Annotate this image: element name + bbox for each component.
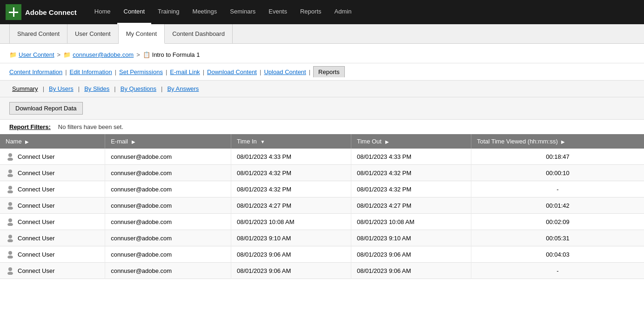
user-icon-2 (6, 184, 15, 194)
nav-admin[interactable]: Admin (328, 0, 358, 24)
cell-name-text-5: Connect User (18, 235, 54, 242)
user-icon-3 (6, 201, 15, 210)
time-in-sort-icon: ▼ (260, 139, 265, 144)
tab-user-content[interactable]: User Content (67, 24, 119, 44)
cell-total-time-6: 00:04:03 (471, 246, 644, 263)
breadcrumb-user-email[interactable]: connuser@adobe.com (73, 51, 134, 58)
cell-email-2: connuser@adobe.com (105, 181, 231, 197)
cell-name-3: Connect User (0, 197, 105, 214)
svg-point-2 (8, 153, 12, 157)
cell-name-text-2: Connect User (18, 186, 54, 193)
cell-name-6: Connect User (0, 246, 105, 263)
svg-point-16 (8, 267, 12, 271)
cell-name-7: Connect User (0, 263, 105, 279)
sub-tab-by-slides[interactable]: By Slides (81, 83, 112, 94)
cell-time-in-1: 08/01/2023 4:32 PM (231, 165, 351, 181)
nav-items: Home Content Training Meetings Seminars … (88, 0, 358, 24)
report-table: Name ▶ E-mail ▶ Time In ▼ Time Out ▶ Tot… (0, 134, 644, 279)
col-header-total-time[interactable]: Total Time Viewed (hh:mm:ss) ▶ (471, 134, 644, 149)
cell-time-in-2: 08/01/2023 4:32 PM (231, 181, 351, 197)
svg-point-17 (7, 272, 13, 275)
email-sort-icon: ▶ (132, 139, 135, 144)
cell-time-in-7: 08/01/2023 9:06 AM (231, 263, 351, 279)
cell-total-time-4: 00:02:09 (471, 214, 644, 230)
user-icon-6 (6, 250, 15, 259)
breadcrumb-user-content[interactable]: User Content (19, 51, 54, 58)
cell-name-text-1: Connect User (18, 170, 54, 177)
table-row: Connect User connuser@adobe.com 08/01/20… (0, 246, 644, 263)
download-report-button[interactable]: Download Report Data (9, 102, 83, 115)
app-logo: Adobe Connect (6, 4, 77, 20)
cell-time-in-4: 08/01/2023 10:08 AM (231, 214, 351, 230)
svg-point-6 (8, 186, 12, 190)
sub-tab-by-questions[interactable]: By Questions (118, 83, 159, 94)
cell-time-out-6: 08/01/2023 9:06 AM (351, 246, 471, 263)
tab-shared-content[interactable]: Shared Content (9, 24, 67, 44)
tab-my-content[interactable]: My Content (119, 24, 165, 44)
cell-time-in-5: 08/01/2023 9:10 AM (231, 230, 351, 246)
nav-seminars[interactable]: Seminars (223, 0, 262, 24)
action-reports[interactable]: Reports (313, 66, 345, 77)
cell-email-4: connuser@adobe.com (105, 214, 231, 230)
cell-name-text-0: Connect User (18, 153, 54, 160)
cell-total-time-2: - (471, 181, 644, 197)
cell-time-out-0: 08/01/2023 4:33 PM (351, 149, 471, 165)
table-row: Connect User connuser@adobe.com 08/01/20… (0, 149, 644, 165)
nav-reports[interactable]: Reports (294, 0, 328, 24)
svg-point-4 (8, 170, 12, 173)
nav-home[interactable]: Home (88, 0, 117, 24)
cell-name-text-4: Connect User (18, 218, 54, 225)
report-sub-tabs: Summary | By Users | By Slides | By Ques… (0, 80, 644, 97)
sub-tab-by-users[interactable]: By Users (46, 83, 76, 94)
col-header-time-out[interactable]: Time Out ▶ (351, 134, 471, 149)
cell-total-time-5: 00:05:31 (471, 230, 644, 246)
user-icon-4 (6, 217, 15, 226)
cell-name-1: Connect User (0, 165, 105, 181)
action-download-content[interactable]: Download Content (207, 67, 257, 77)
cell-email-5: connuser@adobe.com (105, 230, 231, 246)
folder-icon-user: 📁 (63, 51, 71, 58)
cell-name-5: Connect User (0, 230, 105, 246)
content-file-icon: 📋 (143, 51, 150, 58)
svg-point-3 (7, 158, 13, 161)
svg-point-13 (7, 239, 13, 243)
sub-tab-summary[interactable]: Summary (9, 83, 41, 94)
cell-name-text-3: Connect User (18, 202, 54, 209)
cell-email-0: connuser@adobe.com (105, 149, 231, 165)
svg-point-11 (7, 223, 13, 226)
action-content-information[interactable]: Content Information (9, 67, 62, 77)
user-icon-7 (6, 266, 15, 275)
cell-email-7: connuser@adobe.com (105, 263, 231, 279)
nav-events[interactable]: Events (262, 0, 294, 24)
col-header-time-in[interactable]: Time In ▼ (231, 134, 351, 149)
action-upload-content[interactable]: Upload Content (264, 67, 306, 77)
svg-rect-1 (13, 7, 14, 17)
cell-total-time-1: 00:00:10 (471, 165, 644, 181)
cell-time-in-3: 08/01/2023 4:27 PM (231, 197, 351, 214)
svg-point-9 (7, 207, 13, 210)
table-row: Connect User connuser@adobe.com 08/01/20… (0, 197, 644, 214)
action-links: Content Information | Edit Information |… (0, 63, 644, 80)
col-header-name[interactable]: Name ▶ (0, 134, 105, 149)
report-filters: Report Filters: No filters have been set… (0, 120, 644, 134)
action-set-permissions[interactable]: Set Permissions (119, 67, 163, 77)
action-email-link[interactable]: E-mail Link (170, 67, 200, 77)
table-row: Connect User connuser@adobe.com 08/01/20… (0, 263, 644, 279)
cell-name-text-7: Connect User (18, 267, 54, 274)
breadcrumb-separator-2: > (136, 51, 140, 58)
col-header-email[interactable]: E-mail ▶ (105, 134, 231, 149)
cell-time-out-2: 08/01/2023 4:32 PM (351, 181, 471, 197)
nav-meetings[interactable]: Meetings (186, 0, 224, 24)
total-time-sort-icon: ▶ (561, 139, 565, 144)
breadcrumb-current: Intro to Formula 1 (152, 51, 200, 58)
cell-name-2: Connect User (0, 181, 105, 197)
sub-tab-by-answers[interactable]: By Answers (164, 83, 201, 94)
table-row: Connect User connuser@adobe.com 08/01/20… (0, 165, 644, 181)
svg-point-5 (7, 174, 13, 177)
tab-content-dashboard[interactable]: Content Dashboard (165, 24, 233, 44)
nav-training[interactable]: Training (151, 0, 186, 24)
report-filters-label: Report Filters: (9, 123, 51, 130)
app-name: Adobe Connect (25, 8, 77, 16)
nav-content[interactable]: Content (117, 0, 152, 24)
action-edit-information[interactable]: Edit Information (70, 67, 112, 77)
